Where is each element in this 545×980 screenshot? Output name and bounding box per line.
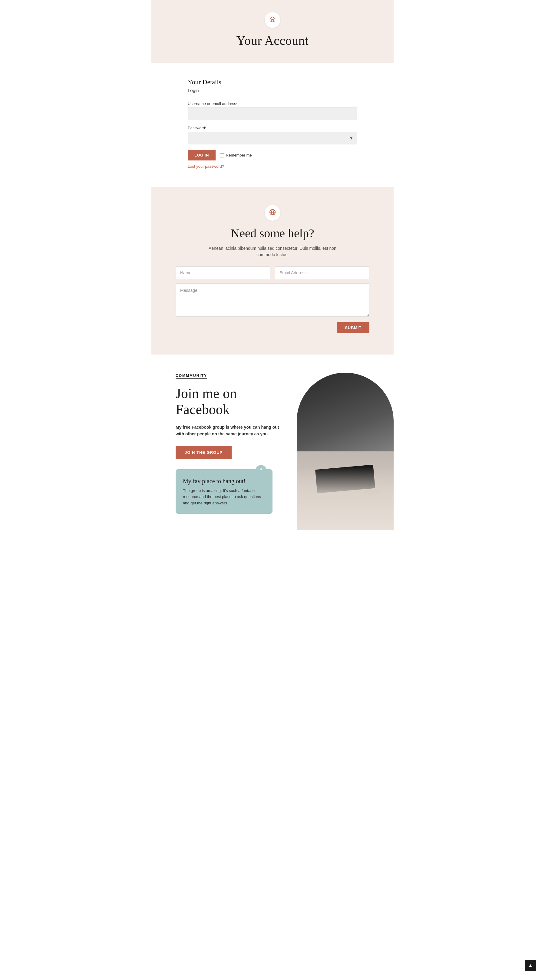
testimonial-text: The group is amazing. It's such a fantas… — [183, 488, 265, 506]
help-title: Need some help? — [175, 226, 370, 240]
contact-message-textarea[interactable] — [175, 283, 370, 317]
password-wrapper: ▼ — [188, 132, 357, 145]
help-section: Need some help? Aenean lacinia bibendum … — [151, 187, 394, 355]
join-group-button[interactable]: JOIN THE GROUP — [175, 446, 232, 459]
community-description: My free Facebook group is where you can … — [175, 424, 285, 438]
contact-form-row — [175, 266, 370, 279]
quote-mark-icon: “ — [255, 465, 266, 476]
password-group: Password* ▼ — [188, 126, 357, 145]
login-actions: LOG IN Remember me — [188, 150, 357, 161]
community-right — [297, 373, 394, 530]
your-details-heading: Your Details — [188, 78, 357, 86]
community-tag: COMMMUNITY — [175, 374, 207, 379]
home-icon — [269, 16, 276, 24]
community-section: COMMMUNITY Join me on Facebook My free F… — [151, 355, 394, 554]
show-password-icon[interactable]: ▼ — [349, 135, 354, 141]
home-icon-circle — [265, 12, 280, 28]
remember-me-checkbox[interactable] — [220, 153, 224, 158]
remember-me-label[interactable]: Remember me — [220, 153, 252, 158]
header-section: Your Account — [151, 0, 394, 63]
community-image — [297, 373, 394, 530]
login-section: Your Details Login Username or email add… — [151, 63, 394, 187]
login-label: Login — [188, 88, 357, 93]
username-label: Username or email address* — [188, 102, 357, 106]
username-input[interactable] — [188, 108, 357, 120]
remember-me-text: Remember me — [226, 153, 252, 158]
help-icon-circle — [265, 205, 280, 221]
password-input[interactable] — [188, 132, 357, 145]
lost-password-link[interactable]: Lost your password? — [188, 164, 357, 169]
page-title: Your Account — [158, 33, 387, 48]
login-button[interactable]: LOG IN — [188, 150, 215, 161]
contact-email-input[interactable] — [275, 266, 370, 279]
community-inner: COMMMUNITY Join me on Facebook My free F… — [175, 373, 370, 530]
help-icon — [269, 209, 276, 217]
community-heading: Join me on Facebook — [175, 386, 285, 418]
community-left: COMMMUNITY Join me on Facebook My free F… — [175, 373, 285, 514]
testimonial-title: My fav place to hang out! — [183, 478, 265, 485]
username-group: Username or email address* — [188, 102, 357, 120]
help-description: Aenean lacinia bibendum nulla sed consec… — [200, 245, 345, 258]
password-label: Password* — [188, 126, 357, 130]
image-hands — [297, 467, 394, 530]
contact-name-input[interactable] — [175, 266, 270, 279]
submit-button[interactable]: SUBMIT — [337, 322, 370, 333]
image-person-top — [297, 373, 394, 459]
testimonial-card: “ My fav place to hang out! The group is… — [175, 469, 272, 514]
